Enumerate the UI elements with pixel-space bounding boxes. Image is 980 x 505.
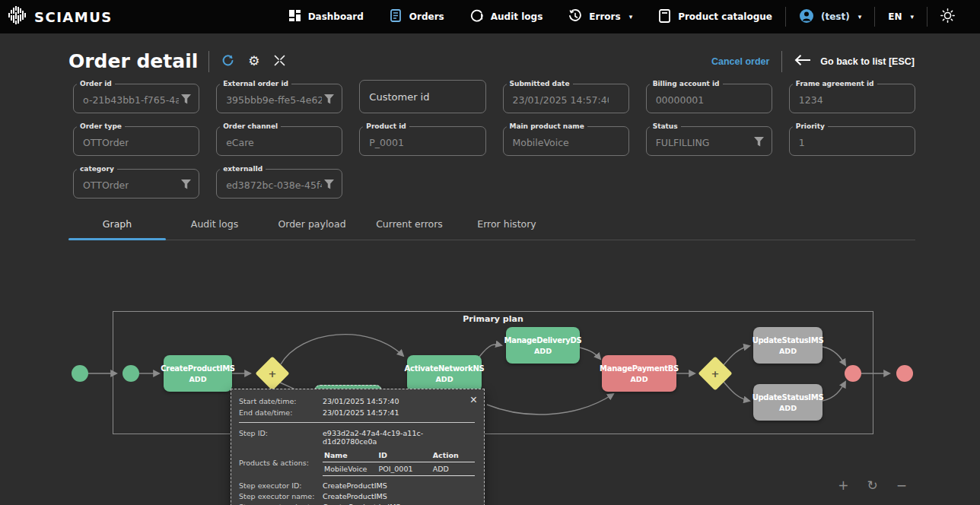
step-tooltip: × Start date/time: 23/01/2025 14:57:40 E…: [231, 389, 485, 505]
tab-graph[interactable]: Graph: [68, 211, 166, 240]
tab-error-history[interactable]: Error history: [458, 211, 555, 240]
collapse-icon: [274, 55, 285, 68]
column-header: Name: [323, 449, 377, 462]
field-submitted-date[interactable]: Submitted date 23/01/2025 14:57:40: [503, 80, 629, 113]
user-menu[interactable]: (test) ▾: [786, 0, 874, 33]
settings-button[interactable]: ⚙: [247, 53, 261, 69]
divider: [781, 51, 782, 72]
field-order-channel[interactable]: Order channel eCare: [216, 122, 342, 156]
start-event-circle[interactable]: [72, 365, 88, 382]
node-manage-delivery-ds[interactable]: ManageDeliveryDS ADD: [506, 327, 580, 364]
field-priority[interactable]: Priority 1: [789, 122, 915, 156]
field-order-id[interactable]: Order id o-21b43bb1-f765-4ad1-b3i: [73, 80, 199, 113]
field-category[interactable]: category OTTOrder: [73, 165, 199, 199]
node-manage-payment-bs[interactable]: ManagePaymentBS ADD: [602, 355, 676, 392]
field-value: MobileVoice: [513, 137, 569, 148]
refresh-button[interactable]: [220, 52, 236, 71]
go-back-button[interactable]: Go back to list [ESC]: [794, 55, 915, 68]
end-event-circle[interactable]: [896, 365, 913, 382]
node-create-product-ims[interactable]: CreateProductIMS ADD: [164, 355, 232, 392]
tab-audit-logs[interactable]: Audit logs: [166, 211, 263, 240]
field-product-id[interactable]: Product id P_0001: [359, 122, 485, 156]
theme-toggle[interactable]: [928, 0, 968, 33]
tooltip-label: Step ID:: [239, 429, 323, 446]
node-name: CreateProductIMS: [161, 364, 235, 373]
nav-audit-logs[interactable]: Audit logs: [457, 0, 556, 33]
language-label: EN: [888, 11, 902, 22]
node-name: UpdateStatusIMS: [752, 393, 824, 402]
field-value: 1: [799, 137, 805, 148]
filter-icon[interactable]: [180, 93, 192, 107]
field-customer-id[interactable]: Customer id: [359, 80, 485, 113]
filter-icon[interactable]: [180, 178, 192, 192]
svg-text:+: +: [269, 368, 277, 380]
nav-orders[interactable]: Orders: [377, 0, 457, 33]
go-back-label: Go back to list [ESC]: [820, 56, 915, 67]
page-header: Order detail ⚙: [0, 33, 980, 78]
zoom-out-icon[interactable]: −: [896, 478, 907, 493]
tooltip-value: 23/01/2025 14:57:40: [323, 397, 399, 405]
field-status[interactable]: Status FULFILLING: [646, 122, 772, 156]
field-value: o-21b43bb1-f765-4ad1-b3i: [83, 94, 179, 106]
close-icon[interactable]: ×: [470, 394, 477, 406]
table-row: MobileVoice POI_0001 ADD: [323, 462, 475, 476]
tooltip-value: CreateProductIMS: [323, 492, 387, 500]
sun-icon: [940, 8, 955, 25]
field-label: Main product name: [507, 122, 587, 130]
product-catalogue-icon: [658, 9, 671, 25]
errors-history-icon: [568, 9, 582, 25]
column-header: Action: [431, 449, 475, 462]
field-label: Product id: [363, 122, 409, 130]
plan-start-circle[interactable]: [123, 365, 139, 382]
tooltip-divider: [239, 422, 475, 423]
node-update-status-ims-1[interactable]: UpdateStatusIMS ADD: [753, 327, 822, 364]
tab-current-errors[interactable]: Current errors: [361, 211, 458, 240]
node-name: ManageDeliveryDS: [504, 336, 582, 345]
field-main-product-name[interactable]: Main product name MobileVoice: [503, 122, 629, 156]
filter-icon[interactable]: [753, 135, 765, 150]
zoom-in-icon[interactable]: +: [838, 478, 848, 493]
node-action: ADD: [534, 347, 552, 355]
cell-action: ADD: [431, 462, 475, 476]
brand-name: SCIAMUS: [34, 9, 113, 25]
field-external-id[interactable]: externalId ed3872bc-038e-45f4-846: [216, 165, 342, 199]
brand[interactable]: SCIAMUS: [8, 5, 113, 28]
node-activate-network-ns[interactable]: ActivateNetworkNS ADD: [407, 355, 482, 392]
language-selector[interactable]: EN ▾: [875, 0, 927, 33]
refresh-icon: [221, 54, 234, 69]
reset-view-icon[interactable]: ↻: [867, 478, 878, 493]
node-update-status-ims-2[interactable]: UpdateStatusIMS ADD: [753, 384, 822, 421]
field-label: Frame agreement id: [793, 80, 877, 87]
orders-icon: [390, 9, 402, 24]
order-graph-canvas[interactable]: Primary plan +: [0, 246, 980, 505]
graph-edges: + +: [0, 246, 980, 505]
field-billing-account-id[interactable]: Billing account id 00000001: [646, 80, 772, 113]
tab-order-payload[interactable]: Order payload: [263, 211, 361, 240]
sciamus-logo-icon: [8, 5, 27, 28]
nav-label: Errors: [589, 11, 620, 22]
field-label: Order type: [77, 122, 125, 130]
chevron-down-icon: ▾: [910, 13, 914, 21]
order-fields: Order id o-21b43bb1-f765-4ad1-b3i Extern…: [0, 78, 980, 199]
tooltip-label: Products & actions:: [239, 459, 323, 467]
chevron-down-icon: ▾: [629, 13, 633, 21]
nav-product-catalogue[interactable]: Product catalogue: [645, 0, 785, 33]
field-external-order-id[interactable]: External order id 395bbb9e-ffe5-4e62-907: [216, 80, 342, 113]
filter-icon[interactable]: [323, 93, 335, 107]
field-order-type[interactable]: Order type OTTOrder: [73, 122, 199, 156]
nav-errors[interactable]: Errors ▾: [555, 0, 645, 33]
nav-dashboard[interactable]: Dashboard: [275, 0, 377, 33]
gear-icon: ⚙: [248, 55, 259, 68]
tooltip-value: 23/01/2025 14:57:41: [323, 408, 399, 417]
filter-icon[interactable]: [323, 178, 335, 192]
node-action: ADD: [779, 347, 797, 355]
collapse-button[interactable]: [272, 53, 287, 70]
gateway-diamond-split[interactable]: +: [255, 356, 289, 390]
plan-end-circle[interactable]: [845, 365, 861, 382]
field-label: External order id: [220, 80, 291, 87]
top-nav-bar: SCIAMUS Dashboard: [0, 0, 980, 33]
field-frame-agreement-id[interactable]: Frame agreement id 1234: [789, 80, 915, 113]
field-value: 1234: [799, 94, 823, 106]
dashboard-icon: [288, 9, 301, 24]
cancel-order-button[interactable]: Cancel order: [711, 56, 769, 67]
